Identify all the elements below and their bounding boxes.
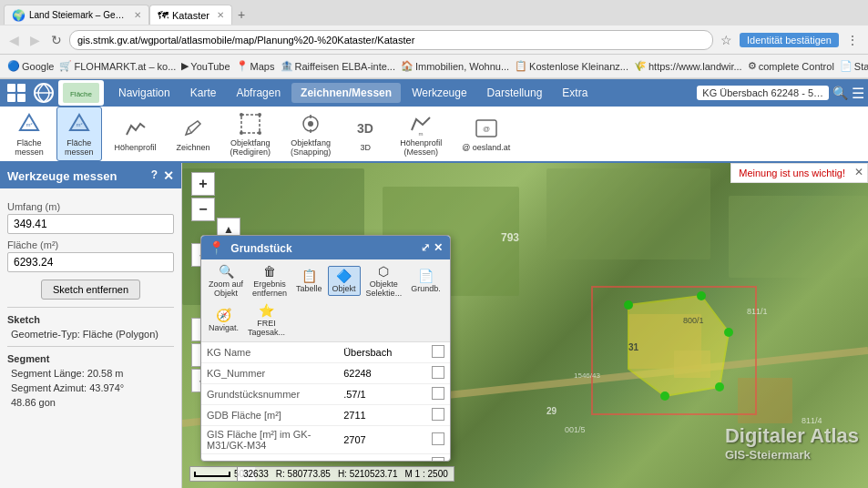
segment-gon-row: 48.86 gon [7, 396, 174, 409]
tab-close-geoinform[interactable]: ✕ [134, 10, 141, 20]
menu-zeichnen-messen[interactable]: Zeichnen/Messen [291, 83, 401, 103]
popup-frei-button[interactable]: ⭐ FREITagesak... [244, 301, 289, 339]
checkbox-cell[interactable] [426, 426, 450, 454]
meinung-close-icon[interactable]: ✕ [854, 166, 863, 178]
sub-tool-snapping[interactable]: Objektfang(Snapping) [283, 107, 338, 160]
oesland-icon: @ [474, 116, 499, 141]
popup-objekte-button[interactable]: ⬡ ObjekteSelektie... [363, 262, 406, 300]
app-logo-btn[interactable] [4, 80, 29, 106]
menu-karte[interactable]: Karte [181, 83, 226, 103]
bookmark-flohmarkt[interactable]: 🛒 FLOHMARKT.at – ko... [59, 60, 176, 72]
map-area[interactable]: 793 813/2 813/3 794/1 31 800/1 811/1 811… [182, 163, 868, 488]
row-checkbox[interactable] [432, 366, 444, 379]
bookmark-button[interactable]: ☆ [717, 31, 736, 49]
field-label: GIS Fläche [m²] im GK-M31/GK-M34 [201, 426, 338, 454]
sub-tool-zeichnen[interactable]: Zeichnen [169, 112, 218, 156]
meinung-banner[interactable]: Meinung ist uns wichtig! ✕ [730, 163, 868, 183]
svg-text:001/5: 001/5 [565, 425, 586, 434]
coord-scale: M 1 : 2500 [405, 469, 448, 479]
app-icon-area: Fläche [58, 80, 104, 106]
panel-title: Werkzeuge messen [7, 169, 117, 183]
sub-tool-flaeche[interactable]: m² Flächemessen [7, 107, 51, 160]
back-button[interactable]: ◀ [5, 31, 23, 49]
menu-werkzeuge[interactable]: Werkzeuge [403, 83, 475, 103]
tab-kataster[interactable]: 🗺 Kataster ✕ [149, 5, 232, 25]
svg-rect-29 [729, 196, 868, 278]
popup-objekt-button[interactable]: 🔷 Objekt [328, 266, 361, 296]
sub-tool-flaeche-messen[interactable]: m² Flächemessen [56, 107, 102, 161]
sub-tool-hoehenprofil-messen[interactable]: m Höhenprofil(Messen) [393, 107, 449, 160]
menu-dots-button[interactable]: ⋮ [842, 31, 863, 49]
bookmark-youtube[interactable]: ▶ YouTube [181, 60, 230, 72]
row-checkbox[interactable] [432, 408, 444, 421]
popup-expand-icon[interactable]: ⤢ [421, 241, 430, 254]
secondary-logo-btn[interactable] [31, 80, 56, 106]
tab-geoinform[interactable]: 🌍 Land Steiemark – Geoinfor... ✕ [4, 5, 149, 25]
browser-chrome: 🌍 Land Steiemark – Geoinfor... ✕ 🗺 Katas… [0, 0, 868, 79]
bookmark-kleinanz[interactable]: 📋 Kostenlose Kleinanz... [515, 60, 628, 72]
umfang-input[interactable] [7, 214, 174, 234]
sub-tool-3d[interactable]: 3D 3D [343, 112, 387, 156]
menu-darstellung[interactable]: Darstellung [478, 83, 552, 103]
popup-toolbar: 🔍 Zoom aufObjekt 🗑 Ergebnisentfernen 📋 T… [201, 259, 450, 342]
bookmark-complete[interactable]: ⚙ complete Control [748, 60, 834, 72]
sub-tool-oesland[interactable]: @ @ oesland.at [454, 112, 517, 156]
address-bar[interactable] [69, 30, 713, 50]
bookmark-immobilien[interactable]: 🏠 Immobilien, Wohnu... [401, 60, 509, 72]
sub-tool-objektfang-red[interactable]: Objektfang(Redigiren) [223, 107, 279, 160]
svg-point-14 [240, 113, 243, 117]
app-badge-icon: Fläche [63, 83, 99, 103]
flaeche-input[interactable] [7, 252, 174, 272]
hamburger-icon[interactable]: ☰ [852, 85, 864, 102]
svg-marker-34 [628, 296, 729, 396]
identity-button[interactable]: Identität bestätigen [740, 33, 839, 47]
checkbox-cell[interactable] [426, 342, 450, 363]
row-checkbox[interactable] [432, 432, 444, 445]
panel-help-icon[interactable]: ? [151, 168, 158, 183]
svg-text:811/1: 811/1 [747, 307, 768, 316]
bookmark-landwirt[interactable]: 🌾 https://www.landwir... [634, 60, 742, 72]
zoom-in-button[interactable]: + [191, 172, 215, 196]
refresh-button[interactable]: ↻ [47, 31, 66, 49]
popup-title: Grundstück [230, 242, 291, 255]
sketch-entfernen-button[interactable]: Sketch entfernen [41, 280, 140, 300]
table-row: GIS Fläche [m²] im GK-M31/GK-M34 2707 [201, 426, 450, 454]
checkbox-cell[interactable] [426, 405, 450, 426]
sub-tool-hoehenprofil[interactable]: Höhenprofil [107, 112, 164, 156]
table-row: Grundstücksnummer .57/1 [201, 384, 450, 405]
svg-text:m²: m² [76, 122, 82, 127]
bookmark-raiffeisen[interactable]: 🏦 Raiffeisen ELBA-inte... [281, 60, 395, 72]
tab-close-kataster[interactable]: ✕ [217, 10, 224, 20]
field-value: Übersbach [338, 342, 426, 363]
segment-laenge-row: Segment Länge: 20.58 m [7, 367, 174, 380]
checkbox-cell[interactable] [426, 384, 450, 405]
field-label: KG_Nummer [201, 363, 338, 384]
bookmark-google[interactable]: 🔵 Google [7, 60, 54, 72]
svg-point-19 [308, 121, 313, 127]
row-checkbox[interactable] [432, 457, 444, 461]
bookmark-eama[interactable]: 📄 Startseite - eAMA [840, 60, 868, 72]
popup-tabelle-button[interactable]: 📋 Tabelle [292, 267, 326, 295]
row-checkbox[interactable] [432, 387, 444, 400]
bookmark-maps[interactable]: 📍 Maps [236, 60, 275, 72]
menu-abfragen[interactable]: Abfragen [227, 83, 290, 103]
segment-label: Segment [7, 353, 49, 364]
row-checkbox[interactable] [432, 345, 444, 358]
left-panel: Werkzeuge messen ? ✕ Umfang (m) Fläche (… [0, 163, 182, 488]
entfernen-tool-icon: 🗑 [263, 264, 276, 279]
search-icon[interactable]: 🔍 [832, 86, 848, 100]
menu-extra[interactable]: Extra [553, 83, 597, 103]
popup-close-icon[interactable]: ✕ [434, 241, 443, 254]
popup-entfernen-button[interactable]: 🗑 Ergebnisentfernen [249, 262, 291, 300]
checkbox-cell[interactable] [426, 363, 450, 384]
checkbox-cell[interactable] [426, 454, 450, 462]
frei-tool-icon: ⭐ [259, 303, 274, 318]
popup-zoom-button[interactable]: 🔍 Zoom aufObjekt [205, 262, 247, 300]
new-tab-button[interactable]: + [232, 5, 250, 24]
panel-close-icon[interactable]: ✕ [163, 168, 174, 183]
popup-navigat-button[interactable]: 🧭 Navigat. [205, 306, 242, 334]
popup-grundb-button[interactable]: 📄 Grundb. [407, 267, 444, 295]
svg-rect-33 [738, 378, 792, 423]
forward-button[interactable]: ▶ [26, 31, 44, 49]
menu-navigation[interactable]: Navigation [109, 83, 179, 103]
